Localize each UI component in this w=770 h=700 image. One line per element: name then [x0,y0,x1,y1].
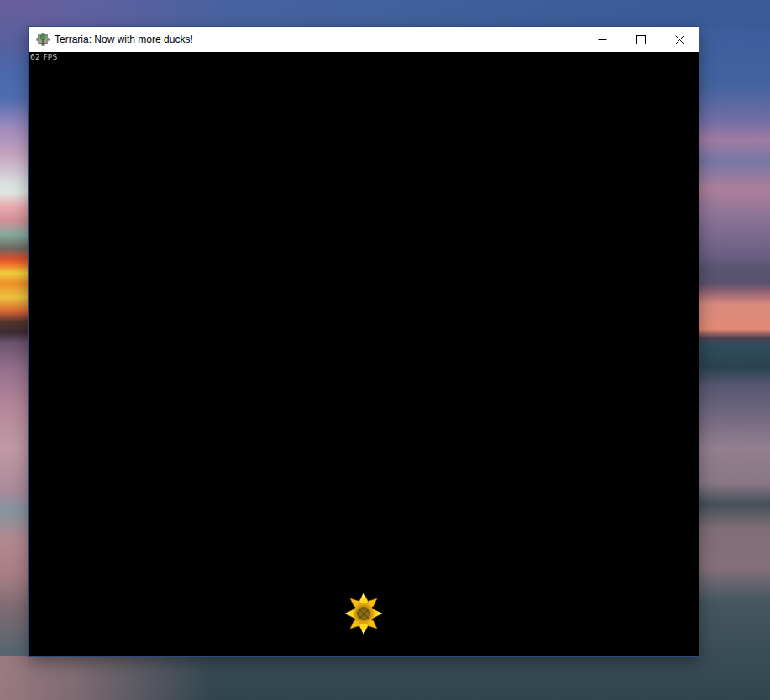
wallpaper-bottom-sand [0,656,210,700]
minimize-icon [598,35,607,44]
window-title: Terraria: Now with more ducks! [55,34,193,45]
wallpaper-left-sunset-strip [0,0,28,700]
maximize-icon [636,35,646,44]
terraria-window: Terraria: Now with more ducks! 62 FPS [28,26,699,657]
sunflower-sprite[interactable] [344,593,383,635]
maximize-button[interactable] [621,27,660,52]
close-button[interactable] [660,27,699,52]
wallpaper-top-sky [0,0,770,29]
titlebar[interactable]: Terraria: Now with more ducks! [29,27,699,52]
minimize-button[interactable] [583,27,621,52]
fps-counter: 62 FPS [30,53,57,61]
close-icon [675,35,684,44]
terraria-app-icon [36,33,50,46]
window-controls [583,27,699,52]
game-viewport[interactable]: 62 FPS [29,52,699,656]
